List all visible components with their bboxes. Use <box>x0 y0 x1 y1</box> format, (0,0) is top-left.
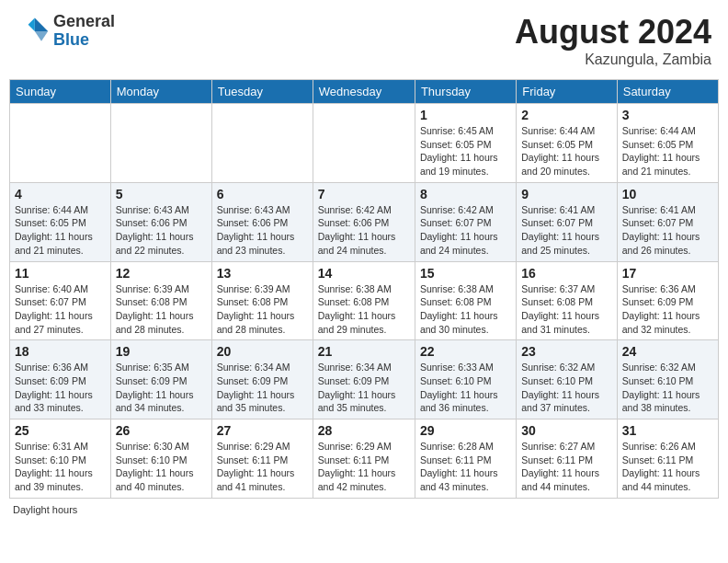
day-number: 26 <box>116 423 207 438</box>
calendar-cell: 27Sunrise: 6:29 AM Sunset: 6:11 PM Dayli… <box>211 419 313 499</box>
day-info: Sunrise: 6:30 AM Sunset: 6:10 PM Dayligh… <box>116 440 207 494</box>
calendar-cell: 15Sunrise: 6:38 AM Sunset: 6:08 PM Dayli… <box>415 261 516 340</box>
day-info: Sunrise: 6:45 AM Sunset: 6:05 PM Dayligh… <box>420 124 511 178</box>
day-info: Sunrise: 6:31 AM Sunset: 6:10 PM Dayligh… <box>15 440 106 494</box>
day-info: Sunrise: 6:33 AM Sunset: 6:10 PM Dayligh… <box>420 361 511 415</box>
day-number: 15 <box>420 266 511 281</box>
calendar-week-4: 18Sunrise: 6:36 AM Sunset: 6:09 PM Dayli… <box>10 340 719 419</box>
day-number: 10 <box>622 187 713 201</box>
day-info: Sunrise: 6:44 AM Sunset: 6:05 PM Dayligh… <box>521 124 611 178</box>
day-number: 24 <box>622 344 713 359</box>
day-number: 11 <box>15 266 106 281</box>
day-info: Sunrise: 6:34 AM Sunset: 6:09 PM Dayligh… <box>217 361 308 415</box>
day-number: 5 <box>116 187 207 201</box>
calendar-cell: 26Sunrise: 6:30 AM Sunset: 6:10 PM Dayli… <box>110 419 211 499</box>
svg-marker-2 <box>28 17 35 30</box>
calendar-week-3: 11Sunrise: 6:40 AM Sunset: 6:07 PM Dayli… <box>10 261 719 340</box>
calendar-header-thursday: Thursday <box>415 80 516 104</box>
calendar-cell <box>313 104 415 183</box>
calendar-cell: 8Sunrise: 6:42 AM Sunset: 6:07 PM Daylig… <box>415 182 516 261</box>
day-number: 4 <box>15 187 106 201</box>
day-number: 22 <box>420 344 511 359</box>
day-number: 28 <box>318 423 410 438</box>
day-number: 8 <box>420 187 511 201</box>
calendar-week-5: 25Sunrise: 6:31 AM Sunset: 6:10 PM Dayli… <box>10 419 719 499</box>
day-info: Sunrise: 6:36 AM Sunset: 6:09 PM Dayligh… <box>15 361 106 415</box>
footer: Daylight hours <box>9 504 719 515</box>
calendar-header-friday: Friday <box>517 80 617 104</box>
day-info: Sunrise: 6:42 AM Sunset: 6:07 PM Dayligh… <box>420 203 511 258</box>
calendar-cell: 18Sunrise: 6:36 AM Sunset: 6:09 PM Dayli… <box>10 340 111 419</box>
svg-marker-0 <box>35 17 48 30</box>
calendar-cell: 25Sunrise: 6:31 AM Sunset: 6:10 PM Dayli… <box>10 419 111 499</box>
calendar-cell: 17Sunrise: 6:36 AM Sunset: 6:09 PM Dayli… <box>617 261 718 340</box>
day-number: 9 <box>521 187 611 201</box>
day-number: 1 <box>420 108 511 122</box>
calendar-cell: 7Sunrise: 6:42 AM Sunset: 6:06 PM Daylig… <box>313 182 415 261</box>
calendar-week-1: 1Sunrise: 6:45 AM Sunset: 6:05 PM Daylig… <box>10 104 719 183</box>
calendar-header-monday: Monday <box>110 80 211 104</box>
calendar-header-tuesday: Tuesday <box>211 80 313 104</box>
calendar-cell: 2Sunrise: 6:44 AM Sunset: 6:05 PM Daylig… <box>517 104 617 183</box>
day-info: Sunrise: 6:29 AM Sunset: 6:11 PM Dayligh… <box>318 440 410 494</box>
calendar-header-saturday: Saturday <box>617 80 718 104</box>
calendar-cell: 13Sunrise: 6:39 AM Sunset: 6:08 PM Dayli… <box>211 261 313 340</box>
calendar-cell: 23Sunrise: 6:32 AM Sunset: 6:10 PM Dayli… <box>517 340 617 419</box>
calendar-cell: 29Sunrise: 6:28 AM Sunset: 6:11 PM Dayli… <box>415 419 516 499</box>
calendar-cell <box>10 104 111 183</box>
calendar-cell: 21Sunrise: 6:34 AM Sunset: 6:09 PM Dayli… <box>313 340 415 419</box>
daylight-hours-label: Daylight hours <box>13 504 77 515</box>
day-info: Sunrise: 6:27 AM Sunset: 6:11 PM Dayligh… <box>521 440 611 494</box>
calendar-cell <box>211 104 313 183</box>
day-info: Sunrise: 6:43 AM Sunset: 6:06 PM Dayligh… <box>217 203 308 258</box>
svg-marker-1 <box>35 31 48 41</box>
logo-blue: Blue <box>53 31 115 50</box>
day-info: Sunrise: 6:37 AM Sunset: 6:08 PM Dayligh… <box>521 282 611 337</box>
day-info: Sunrise: 6:32 AM Sunset: 6:10 PM Dayligh… <box>622 361 713 415</box>
calendar-cell: 24Sunrise: 6:32 AM Sunset: 6:10 PM Dayli… <box>617 340 718 419</box>
calendar-header-sunday: Sunday <box>10 80 111 104</box>
logo-general: General <box>53 13 115 31</box>
day-number: 20 <box>217 344 308 359</box>
day-number: 29 <box>420 423 511 438</box>
day-info: Sunrise: 6:39 AM Sunset: 6:08 PM Dayligh… <box>217 282 308 337</box>
day-info: Sunrise: 6:43 AM Sunset: 6:06 PM Dayligh… <box>116 203 207 258</box>
page-header: General Blue August 2024 Kazungula, Zamb… <box>9 9 719 72</box>
day-number: 18 <box>15 344 106 359</box>
day-info: Sunrise: 6:38 AM Sunset: 6:08 PM Dayligh… <box>420 282 511 337</box>
day-info: Sunrise: 6:35 AM Sunset: 6:09 PM Dayligh… <box>116 361 207 415</box>
calendar-cell: 14Sunrise: 6:38 AM Sunset: 6:08 PM Dayli… <box>313 261 415 340</box>
day-number: 6 <box>217 187 308 201</box>
logo-icon <box>17 15 50 48</box>
day-info: Sunrise: 6:44 AM Sunset: 6:05 PM Dayligh… <box>15 203 106 258</box>
calendar-cell: 1Sunrise: 6:45 AM Sunset: 6:05 PM Daylig… <box>415 104 516 183</box>
calendar-cell: 11Sunrise: 6:40 AM Sunset: 6:07 PM Dayli… <box>10 261 111 340</box>
day-number: 23 <box>521 344 611 359</box>
day-number: 25 <box>15 423 106 438</box>
day-number: 7 <box>318 187 410 201</box>
calendar-cell: 12Sunrise: 6:39 AM Sunset: 6:08 PM Dayli… <box>110 261 211 340</box>
logo-text: General Blue <box>53 13 115 50</box>
calendar-cell: 4Sunrise: 6:44 AM Sunset: 6:05 PM Daylig… <box>10 182 111 261</box>
calendar-cell: 3Sunrise: 6:44 AM Sunset: 6:05 PM Daylig… <box>617 104 718 183</box>
day-number: 30 <box>521 423 611 438</box>
day-info: Sunrise: 6:28 AM Sunset: 6:11 PM Dayligh… <box>420 440 511 494</box>
day-number: 16 <box>521 266 611 281</box>
day-info: Sunrise: 6:32 AM Sunset: 6:10 PM Dayligh… <box>521 361 611 415</box>
day-info: Sunrise: 6:44 AM Sunset: 6:05 PM Dayligh… <box>622 124 713 178</box>
day-info: Sunrise: 6:39 AM Sunset: 6:08 PM Dayligh… <box>116 282 207 337</box>
day-info: Sunrise: 6:42 AM Sunset: 6:06 PM Dayligh… <box>318 203 410 258</box>
calendar-header-row: SundayMondayTuesdayWednesdayThursdayFrid… <box>10 80 719 104</box>
calendar-cell: 28Sunrise: 6:29 AM Sunset: 6:11 PM Dayli… <box>313 419 415 499</box>
location-title: Kazungula, Zambia <box>515 52 711 68</box>
day-info: Sunrise: 6:41 AM Sunset: 6:07 PM Dayligh… <box>521 203 611 258</box>
day-number: 13 <box>217 266 308 281</box>
calendar-cell: 16Sunrise: 6:37 AM Sunset: 6:08 PM Dayli… <box>517 261 617 340</box>
day-info: Sunrise: 6:34 AM Sunset: 6:09 PM Dayligh… <box>318 361 410 415</box>
day-number: 19 <box>116 344 207 359</box>
calendar-cell: 30Sunrise: 6:27 AM Sunset: 6:11 PM Dayli… <box>517 419 617 499</box>
day-number: 27 <box>217 423 308 438</box>
calendar-cell <box>110 104 211 183</box>
day-number: 12 <box>116 266 207 281</box>
day-number: 2 <box>521 108 611 122</box>
